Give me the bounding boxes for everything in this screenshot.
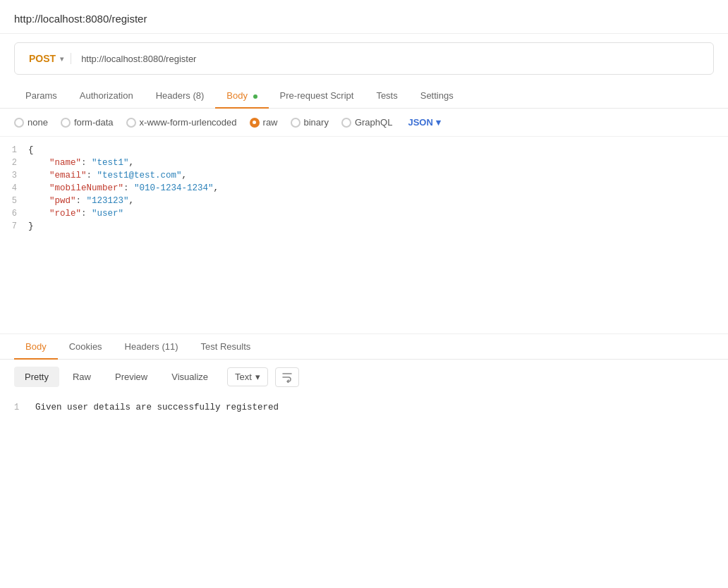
- option-none[interactable]: none: [14, 117, 48, 128]
- chevron-down-icon: ▾: [60, 55, 63, 63]
- code-line: 5 "pwd": "123123",: [0, 195, 728, 207]
- code-line: 6 "role": "user": [0, 207, 728, 220]
- response-view-tabs-row: Pretty Raw Preview Visualize Text ▾: [0, 360, 728, 394]
- request-tabs: Params Authorization Headers (8) Body Pr…: [0, 83, 728, 109]
- view-tab-visualize[interactable]: Visualize: [161, 367, 219, 387]
- view-tab-raw[interactable]: Raw: [62, 367, 102, 387]
- chevron-down-icon: ▾: [255, 372, 260, 382]
- option-binary[interactable]: binary: [291, 117, 329, 128]
- option-raw[interactable]: raw: [250, 117, 278, 128]
- code-line: 7 }: [0, 220, 728, 233]
- json-format-dropdown[interactable]: JSON ▾: [408, 117, 440, 128]
- tab-pre-request-script[interactable]: Pre-request Script: [269, 83, 365, 108]
- code-line: 4 "mobileNumber": "010-1234-1234",: [0, 182, 728, 195]
- option-graphql[interactable]: GraphQL: [341, 117, 392, 128]
- text-format-dropdown[interactable]: Text ▾: [227, 367, 268, 386]
- page-title: http://localhost:8080/register: [0, 0, 728, 34]
- method-selector[interactable]: POST ▾: [29, 53, 71, 64]
- tab-headers[interactable]: Headers (8): [145, 83, 216, 108]
- response-body: 1 Given user details are successfully re…: [0, 394, 728, 421]
- method-label: POST: [29, 53, 56, 64]
- wrap-button[interactable]: [275, 367, 299, 387]
- code-line: 2 "name": "test1",: [0, 157, 728, 169]
- body-dot: [253, 94, 257, 99]
- wrap-icon: [281, 372, 293, 383]
- code-line: 1 {: [0, 144, 728, 157]
- resp-line: 1 Given user details are successfully re…: [14, 401, 714, 414]
- response-tab-test-results[interactable]: Test Results: [190, 334, 262, 359]
- response-section: Body Cookies Headers (11) Test Results P…: [0, 334, 728, 435]
- response-tab-headers[interactable]: Headers (11): [114, 334, 190, 359]
- tab-params[interactable]: Params: [14, 83, 68, 108]
- option-x-www-form-urlencoded[interactable]: x-www-form-urlencoded: [126, 117, 237, 128]
- url-input[interactable]: [71, 54, 699, 64]
- response-tabs-row: Body Cookies Headers (11) Test Results: [0, 334, 728, 360]
- body-options-row: none form-data x-www-form-urlencoded raw…: [0, 109, 728, 137]
- option-form-data[interactable]: form-data: [61, 117, 114, 128]
- url-bar: POST ▾: [14, 42, 714, 75]
- tab-settings[interactable]: Settings: [409, 83, 465, 108]
- view-tab-pretty[interactable]: Pretty: [14, 367, 59, 387]
- code-line: 3 "email": "test1@test.com",: [0, 169, 728, 182]
- chevron-down-icon: ▾: [436, 117, 441, 128]
- response-tab-body[interactable]: Body: [14, 334, 58, 359]
- code-editor[interactable]: 1 { 2 "name": "test1", 3 "email": "test1…: [0, 137, 728, 334]
- response-tab-cookies[interactable]: Cookies: [58, 334, 114, 359]
- view-tab-preview[interactable]: Preview: [104, 367, 158, 387]
- tab-authorization[interactable]: Authorization: [68, 83, 145, 108]
- tab-tests[interactable]: Tests: [365, 83, 408, 108]
- tab-body[interactable]: Body: [215, 83, 268, 108]
